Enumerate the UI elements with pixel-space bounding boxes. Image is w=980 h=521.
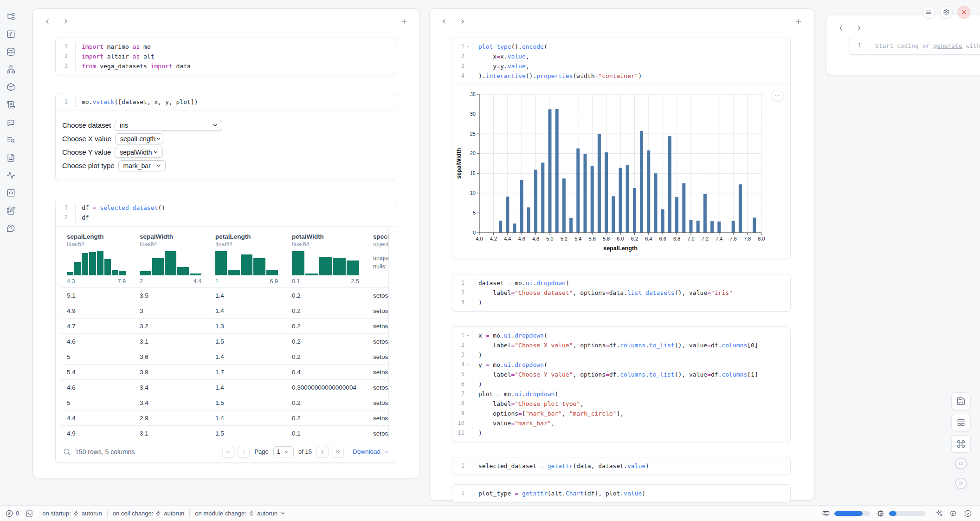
code-line[interactable]: 5 label="Choose Y value", options=df.col… [452,370,790,379]
code-line[interactable]: 2 label="Choose X value", options=df.col… [452,340,790,350]
code-editor[interactable]: 1df = selected_dataset()2df [56,199,396,226]
table-row[interactable]: 5.13.51.40.2setosa [61,288,389,303]
code-line[interactable]: 9 options=["mark_bar", "mark_circle"], [452,409,790,418]
code-editor[interactable]: 1dataset = mo.ui.dropdown(2 label="Choos… [452,274,790,311]
sidebar-item-file-tree[interactable] [4,9,18,23]
add-cell-button[interactable] [398,15,410,27]
fold-chevron-icon[interactable] [464,42,471,52]
sidebar-item-logs[interactable] [4,133,18,147]
column-scroll-right-button[interactable] [60,15,72,27]
table-row[interactable]: 4.63.11.50.2setosa [61,334,389,349]
code-editor[interactable]: 1selected_dataset = getattr(data, datase… [452,457,790,475]
table-row[interactable]: 4.93.11.50.1setosa [61,426,389,441]
cell-selected-dataset[interactable]: 1selected_dataset = getattr(data, datase… [452,457,791,475]
code-line[interactable]: 1plot_type().encode( [452,42,790,52]
table-row[interactable]: 53.41.50.2setosa [61,395,389,410]
code-line[interactable]: 11) [452,428,790,438]
code-line[interactable]: 1 Start coding or generate with AI [849,41,980,51]
column-histogram[interactable] [215,251,278,275]
code-line[interactable]: 3from vega_datasets import data [56,61,396,71]
column-scroll-left-button[interactable] [41,15,53,27]
last-page-button[interactable] [332,446,344,458]
first-page-button[interactable] [222,446,234,458]
sidebar-item-dependencies[interactable] [4,62,18,76]
check-circle-icon[interactable] [964,510,972,517]
previous-page-button[interactable] [238,446,250,458]
code-line[interactable]: 4y = mo.ui.dropdown( [452,360,790,370]
table-row[interactable]: 4.73.21.30.2setosa [61,319,389,334]
code-line[interactable]: 3) [452,298,790,307]
layout-button[interactable] [951,414,971,431]
cell-chart[interactable]: 1plot_type().encode(2 x=x.value,3 y=y.va… [452,38,791,259]
column-header[interactable]: petalLengthfloat6416.9 [210,228,286,288]
column-scroll-right-button[interactable] [457,15,469,27]
generate-link[interactable]: generate [933,42,962,49]
column-histogram[interactable] [140,251,201,275]
sidebar-item-datasources[interactable] [4,45,18,59]
code-editor[interactable]: 1mo.vstack([dataset, x, y, plot]) [56,93,396,111]
code-line[interactable]: 1dataset = mo.ui.dropdown( [452,278,790,288]
sidebar-item-functions[interactable] [4,27,18,41]
sidebar-item-notebook[interactable] [4,203,18,217]
code-editor[interactable]: 1x = mo.ui.dropdown(2 label="Choose X va… [452,327,790,442]
settings-button[interactable] [940,6,953,19]
table-row[interactable]: 4.42.91.40.2setosa [61,410,389,426]
column-histogram[interactable] [67,251,126,275]
fold-chevron-icon[interactable] [464,278,471,288]
code-editor[interactable]: 1plot_type = getattr(alt.Chart(df), plot… [452,485,790,502]
code-line[interactable]: 10 value="mark_bar", [452,418,790,428]
table-row[interactable]: 5.43.91.70.4setosa [61,365,389,380]
cell-vstack[interactable]: 1mo.vstack([dataset, x, y, plot]) Choose… [55,93,396,180]
sidebar-item-help[interactable] [4,221,18,235]
sidebar-item-documentation[interactable] [4,150,18,164]
sidebar-item-tracing[interactable] [4,168,18,182]
column-scroll-left-button[interactable] [835,22,847,34]
code-line[interactable]: 6) [452,379,790,389]
code-line[interactable]: 1import marimo as mo [56,42,396,52]
column-header[interactable]: petalWidthfloat640.12.5 [286,228,368,288]
cell-xy-plot-dropdowns[interactable]: 1x = mo.ui.dropdown(2 label="Choose X va… [452,326,791,442]
runtime-config-item[interactable]: on module change:autorun [195,510,286,517]
fold-chevron-icon[interactable] [464,360,471,370]
cell-imports[interactable]: 1import marimo as mo2import altair as al… [55,38,396,75]
column-histogram[interactable] [292,251,359,275]
sidebar-item-snippets[interactable] [4,186,18,200]
code-line[interactable]: 2 label="Choose dataset", options=data.l… [452,288,790,298]
cell-empty[interactable]: 1 Start coding or generate with AI [849,37,980,55]
code-line[interactable]: 2import altair as alt [56,52,396,61]
code-line[interactable]: 1selected_dataset = getattr(data, datase… [452,461,790,471]
code-line[interactable]: 4).interactive().properties(width="conta… [452,71,790,81]
dropdown-select[interactable]: mark_bar [118,160,166,171]
page-select[interactable]: 1 [273,446,294,457]
stop-button[interactable] [954,456,968,470]
close-button[interactable] [958,6,970,19]
add-cell-button[interactable] [793,15,805,27]
sidebar-item-scratchpad[interactable] [4,98,18,111]
sparkles-icon[interactable] [935,510,943,517]
terminal-icon[interactable] [26,510,33,517]
table-row[interactable]: 53.61.40.2setosa [61,349,389,365]
column-scroll-left-button[interactable] [438,15,450,27]
download-button[interactable]: Download [353,448,389,455]
column-scroll-right-button[interactable] [853,22,865,34]
table-row[interactable]: 4.63.41.40.30000000000000004setosa [61,380,389,395]
runtime-config-item[interactable]: on cell change:autorun [113,510,185,517]
errors-icon[interactable] [6,510,13,517]
code-line[interactable]: 1mo.vstack([dataset, x, y, plot]) [56,97,396,107]
cell-dataframe[interactable]: 1df = selected_dataset()2df sepalLengthf… [55,199,396,463]
code-line[interactable]: 2 x=x.value, [452,52,790,61]
fold-chevron-icon[interactable] [464,331,471,340]
save-button[interactable] [951,392,971,410]
dropdown-select[interactable]: iris [115,120,222,131]
code-line[interactable]: 3) [452,350,790,360]
fold-chevron-icon[interactable] [464,389,471,399]
code-line[interactable]: 8 label="Choose plot type", [452,399,790,409]
cpu-usage-bar[interactable] [889,511,925,516]
runtime-config-item[interactable]: on startup:autorun [42,510,102,517]
column-header[interactable]: sepalLengthfloat644.37.9 [61,228,134,288]
code-line[interactable]: 2df [56,213,396,222]
sidebar-item-chat[interactable] [4,115,18,129]
code-editor[interactable]: 1plot_type().encode(2 x=x.value,3 y=y.va… [452,38,790,85]
cell-dataset-dropdown[interactable]: 1dataset = mo.ui.dropdown(2 label="Choos… [452,274,791,312]
copilot-icon[interactable] [949,510,957,517]
